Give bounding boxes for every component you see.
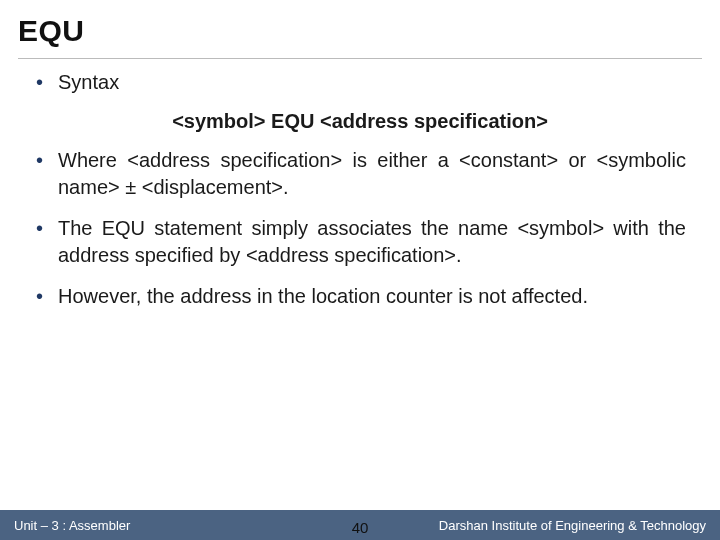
footer-unit: Unit – 3 : Assembler: [0, 518, 130, 533]
footer-institute: Darshan Institute of Engineering & Techn…: [439, 518, 720, 533]
bullet-syntax: Syntax: [34, 69, 686, 96]
bullet-list: Syntax: [34, 69, 686, 96]
bullet-where: Where <address specification> is either …: [34, 147, 686, 201]
bullet-list-cont: Where <address specification> is either …: [34, 147, 686, 310]
slide: EQU Syntax <symbol> EQU <address specifi…: [0, 0, 720, 540]
page-number: 40: [352, 519, 369, 536]
content-area: Syntax <symbol> EQU <address specificati…: [0, 59, 720, 540]
bullet-associates: The EQU statement simply associates the …: [34, 215, 686, 269]
bullet-however: However, the address in the location cou…: [34, 283, 686, 310]
page-number-wrap: 40: [352, 519, 369, 537]
title-block: EQU: [0, 0, 720, 56]
slide-title: EQU: [18, 14, 702, 48]
syntax-line: <symbol> EQU <address specification>: [34, 110, 686, 133]
